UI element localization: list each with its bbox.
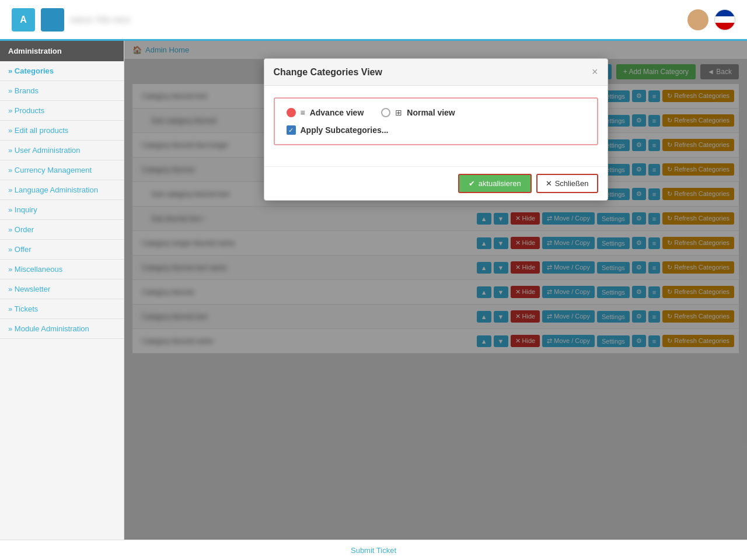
sidebar-item-edit-all-products[interactable]: » Edit all products: [0, 121, 124, 141]
close-modal-button[interactable]: ✕ Schließen: [536, 174, 598, 193]
sidebar-item-tickets[interactable]: » Tickets: [0, 299, 124, 319]
top-bar-title: Admin Title Here: [70, 15, 130, 24]
modal-close-x-button[interactable]: ×: [592, 66, 598, 78]
bottom-bar: Submit Ticket: [0, 540, 747, 560]
sidebar: Administration » Categories » Brands » P…: [0, 41, 124, 540]
sidebar-item-currency-management[interactable]: » Currency Management: [0, 160, 124, 180]
logo-icon-2: [41, 8, 64, 32]
modal-header: Change Categories View ×: [264, 59, 608, 86]
top-bar-left: A Admin Title Here: [12, 8, 130, 32]
list-view-icon: ≡: [301, 108, 305, 117]
modal-overlay: Change Categories View × ≡ Advance view: [124, 41, 747, 540]
sidebar-item-language-administration[interactable]: » Language Administration: [0, 180, 124, 200]
modal-options-box: ≡ Advance view ⊞ Normal view: [274, 97, 598, 145]
update-button[interactable]: ✔ aktualisieren: [458, 174, 532, 193]
sidebar-item-user-administration[interactable]: » User Administration: [0, 141, 124, 160]
sidebar-item-module-administration[interactable]: » Module Administration: [0, 319, 124, 339]
change-categories-view-modal: Change Categories View × ≡ Advance view: [264, 58, 608, 201]
sidebar-item-products[interactable]: » Products: [0, 101, 124, 121]
sidebar-item-offer[interactable]: » Offer: [0, 240, 124, 260]
content-area: 🏠 Admin Home ⊟ Collapse All + Add Main C…: [124, 41, 747, 540]
advance-view-radio: [287, 108, 296, 117]
advance-view-option[interactable]: ≡ Advance view: [287, 108, 364, 117]
top-bar: A Admin Title Here: [0, 0, 747, 41]
modal-footer: ✔ aktualisieren ✕ Schließen: [264, 166, 608, 200]
modal-body: ≡ Advance view ⊞ Normal view: [264, 86, 608, 166]
user-avatar: [687, 9, 708, 30]
close-x-icon: ✕: [546, 179, 552, 188]
normal-view-label: Normal view: [407, 108, 455, 117]
main-layout: Administration » Categories » Brands » P…: [0, 41, 747, 540]
sidebar-item-miscellaneous[interactable]: » Miscellaneous: [0, 260, 124, 279]
apply-subcategories-label: Apply Subcategories...: [301, 125, 389, 135]
apply-subcategories-row: ✓ Apply Subcategories...: [287, 125, 585, 135]
normal-view-option[interactable]: ⊞ Normal view: [381, 108, 455, 117]
sidebar-item-inquiry[interactable]: » Inquiry: [0, 200, 124, 220]
update-label: aktualisieren: [479, 179, 521, 188]
update-icon: ✔: [469, 179, 475, 188]
grid-view-icon: ⊞: [395, 108, 402, 117]
normal-view-radio: [381, 108, 390, 117]
close-modal-label: Schließen: [555, 179, 589, 188]
sidebar-header: Administration: [0, 41, 124, 61]
top-bar-right: [687, 9, 735, 30]
submit-ticket-link[interactable]: Submit Ticket: [351, 546, 396, 555]
modal-title: Change Categories View: [274, 67, 382, 78]
sidebar-item-order[interactable]: » Order: [0, 220, 124, 240]
advance-view-label: Advance view: [310, 108, 364, 117]
sidebar-item-brands[interactable]: » Brands: [0, 81, 124, 101]
apply-subcategories-checkbox[interactable]: ✓: [287, 125, 296, 135]
language-flag: [714, 9, 735, 30]
sidebar-item-categories[interactable]: » Categories: [0, 61, 124, 81]
view-options-row: ≡ Advance view ⊞ Normal view: [287, 108, 585, 117]
sidebar-item-newsletter[interactable]: » Newsletter: [0, 279, 124, 299]
logo-icon: A: [12, 8, 35, 32]
